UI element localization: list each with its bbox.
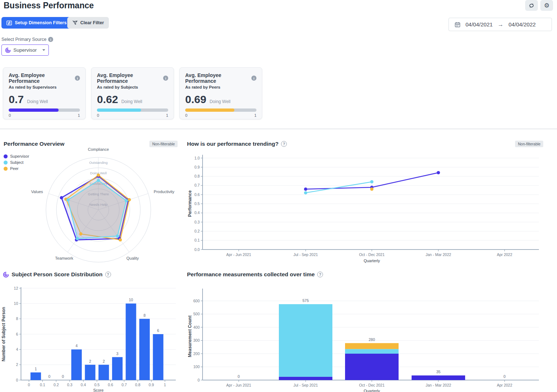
svg-text:0.5: 0.5 [194,201,200,206]
page-title: Business Performance [4,1,94,10]
svg-text:0.7: 0.7 [194,183,200,187]
svg-text:1: 1 [35,367,37,371]
svg-text:Apr - Jun 2021: Apr - Jun 2021 [226,383,251,387]
meas-bar-subject [279,304,332,377]
meas-bar-peer [345,343,399,349]
svg-text:6: 6 [16,332,18,336]
refresh-button[interactable] [525,0,538,11]
trend-line-chart: 0.00.10.20.30.40.50.60.70.80.91.0Apr - J… [187,152,557,265]
dashboard-page: Business Performance ⚙ Setup Dimension F… [0,0,557,392]
score-distribution-chart: 02468101200.10.20.30.40.50.60.70.80.9110… [0,286,181,392]
measurements-stacked-chart: 0100200300400500600Apr - Jun 2021Jul - S… [187,286,557,392]
svg-text:0.2: 0.2 [194,229,200,233]
svg-text:10: 10 [129,298,133,302]
svg-text:575: 575 [302,298,309,303]
svg-text:0.2: 0.2 [54,383,59,387]
help-icon[interactable]: ? [317,272,323,277]
kpi-title: Avg. Employee Performancei [185,72,256,84]
kpi-value: 0.62 [97,93,118,106]
svg-text:4: 4 [16,347,18,351]
svg-text:Productivity: Productivity [154,189,174,194]
section-divider [0,129,557,129]
svg-text:0.1: 0.1 [40,383,45,387]
help-icon[interactable]: ? [105,272,111,277]
kpi-subtitle: As rated by Subjects [97,85,168,89]
svg-text:500: 500 [193,312,200,316]
help-icon[interactable]: ? [281,141,287,147]
svg-text:Number of Subject Person: Number of Subject Person [1,307,6,362]
svg-text:300: 300 [193,338,200,342]
meas-bar-supervisor [345,354,399,380]
dist-bar [153,334,163,380]
svg-text:2: 2 [16,362,18,367]
svg-text:100: 100 [193,365,200,369]
clear-filter-icon [72,20,78,25]
clear-filter-button[interactable]: Clear Filter [67,17,109,29]
svg-text:0.7: 0.7 [122,383,127,387]
svg-text:Oct - Dec 2021: Oct - Dec 2021 [359,252,385,257]
brand-swirl-icon [3,272,9,278]
settings-button[interactable]: ⚙ [540,0,553,11]
meas-bar-subject [345,349,399,354]
gear-icon: ⚙ [544,3,549,9]
date-start[interactable]: 04/04/2021 [465,21,493,27]
svg-text:0: 0 [238,374,240,379]
svg-text:Performance: Performance [187,190,192,217]
svg-text:0: 0 [197,378,200,382]
svg-text:600: 600 [193,299,200,303]
clear-filter-label: Clear Filter [80,20,104,25]
svg-text:Apr - Jun 2021: Apr - Jun 2021 [226,252,251,257]
kpi-min: 0 [9,113,11,118]
kpi-status: Doing Well [121,99,142,104]
non-filterable-badge: Non-filterable [515,141,543,147]
svg-text:Outstanding: Outstanding [89,161,107,165]
svg-text:Jan - Mar 2022: Jan - Mar 2022 [426,252,451,257]
svg-text:Quarterly: Quarterly [363,389,380,392]
info-icon[interactable]: i [163,76,168,81]
svg-text:3: 3 [116,351,118,356]
measurements-section-title: Performance measurements collected over … [187,271,323,278]
svg-text:Oct - Dec 2021: Oct - Dec 2021 [359,383,385,387]
svg-text:0.4: 0.4 [81,383,86,387]
kpi-subtitle: As rated by Supervisors [9,85,80,89]
kpi-min: 0 [185,113,187,118]
dist-bar [30,372,41,380]
meas-bar-supervisor [279,377,332,380]
setup-dimension-filters-button[interactable]: Setup Dimension Filters [1,17,72,29]
svg-text:0.8: 0.8 [135,383,140,387]
svg-text:Quality: Quality [127,256,139,260]
kpi-title: Avg. Employee Performancei [9,72,80,84]
svg-text:12: 12 [14,286,18,290]
kpi-max: 1 [78,113,80,118]
date-end[interactable]: 04/04/2022 [509,21,536,27]
distribution-section-title: Subject Person Score Distribution ? [3,271,111,278]
kpi-progress-track [97,108,168,112]
svg-text:Jul - Sep 2021: Jul - Sep 2021 [293,252,318,257]
dist-bar [71,349,82,380]
primary-source-label: Select Primary Source i [1,37,53,42]
svg-text:Jan - Mar 2022: Jan - Mar 2022 [426,383,451,387]
svg-text:0.3: 0.3 [194,220,200,224]
kpi-progress-fill [97,108,141,112]
svg-text:Teamwork: Teamwork [55,256,73,260]
svg-text:Quarterly: Quarterly [363,259,380,263]
svg-text:4: 4 [76,344,78,348]
info-icon[interactable]: i [75,76,80,81]
kpi-progress-track [9,108,80,112]
primary-source-dropdown[interactable]: Supervisor [1,44,49,56]
date-arrow-icon: → [498,21,503,28]
refresh-icon [528,3,535,9]
info-icon[interactable]: i [48,37,53,42]
svg-text:2: 2 [89,359,91,363]
info-icon[interactable]: i [251,76,256,81]
svg-text:0.6: 0.6 [108,383,113,387]
dist-bar [98,365,109,380]
kpi-min: 0 [97,113,99,118]
svg-text:1: 1 [164,383,166,387]
kpi-progress-fill [185,108,234,112]
svg-text:0: 0 [16,378,18,382]
svg-text:35: 35 [436,370,441,374]
svg-text:200: 200 [193,351,200,356]
date-range-picker[interactable]: 04/04/2021 → 04/04/2022 [448,18,552,31]
chevron-down-icon [42,49,45,51]
